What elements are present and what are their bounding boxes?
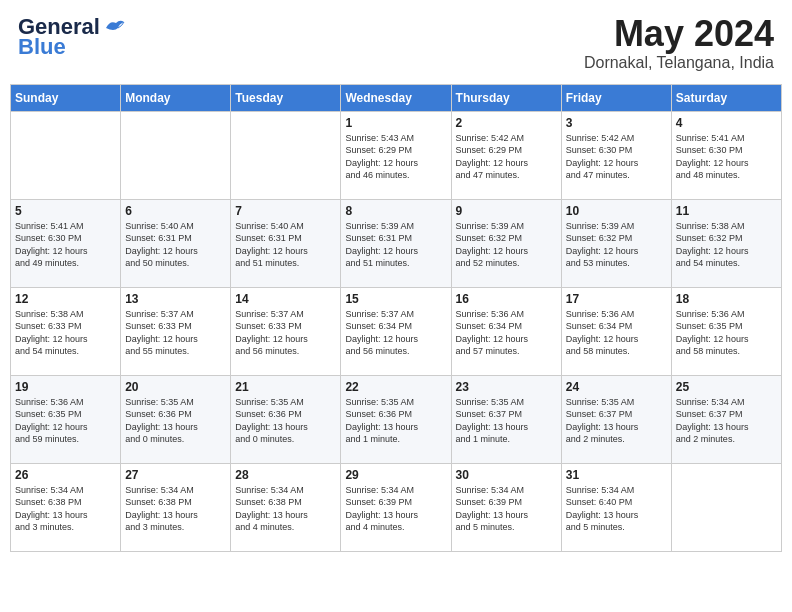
day-info: Sunrise: 5:36 AM Sunset: 6:34 PM Dayligh…	[456, 308, 557, 358]
calendar-cell: 23Sunrise: 5:35 AM Sunset: 6:37 PM Dayli…	[451, 375, 561, 463]
location-title: Dornakal, Telangana, India	[584, 54, 774, 72]
calendar-cell: 25Sunrise: 5:34 AM Sunset: 6:37 PM Dayli…	[671, 375, 781, 463]
calendar-cell: 11Sunrise: 5:38 AM Sunset: 6:32 PM Dayli…	[671, 199, 781, 287]
day-info: Sunrise: 5:39 AM Sunset: 6:31 PM Dayligh…	[345, 220, 446, 270]
day-number: 18	[676, 292, 777, 306]
logo: General Blue	[18, 14, 126, 60]
day-number: 29	[345, 468, 446, 482]
calendar-cell: 20Sunrise: 5:35 AM Sunset: 6:36 PM Dayli…	[121, 375, 231, 463]
day-info: Sunrise: 5:35 AM Sunset: 6:37 PM Dayligh…	[456, 396, 557, 446]
day-info: Sunrise: 5:35 AM Sunset: 6:36 PM Dayligh…	[345, 396, 446, 446]
calendar-cell: 17Sunrise: 5:36 AM Sunset: 6:34 PM Dayli…	[561, 287, 671, 375]
calendar-body: 1Sunrise: 5:43 AM Sunset: 6:29 PM Daylig…	[11, 111, 782, 551]
calendar-cell: 12Sunrise: 5:38 AM Sunset: 6:33 PM Dayli…	[11, 287, 121, 375]
day-number: 2	[456, 116, 557, 130]
day-info: Sunrise: 5:36 AM Sunset: 6:34 PM Dayligh…	[566, 308, 667, 358]
calendar-cell: 22Sunrise: 5:35 AM Sunset: 6:36 PM Dayli…	[341, 375, 451, 463]
day-number: 5	[15, 204, 116, 218]
calendar-cell	[671, 463, 781, 551]
day-number: 4	[676, 116, 777, 130]
calendar-cell	[11, 111, 121, 199]
day-number: 24	[566, 380, 667, 394]
calendar-cell: 7Sunrise: 5:40 AM Sunset: 6:31 PM Daylig…	[231, 199, 341, 287]
day-info: Sunrise: 5:34 AM Sunset: 6:38 PM Dayligh…	[235, 484, 336, 534]
calendar-cell: 16Sunrise: 5:36 AM Sunset: 6:34 PM Dayli…	[451, 287, 561, 375]
day-number: 3	[566, 116, 667, 130]
calendar-cell: 21Sunrise: 5:35 AM Sunset: 6:36 PM Dayli…	[231, 375, 341, 463]
day-number: 30	[456, 468, 557, 482]
day-info: Sunrise: 5:35 AM Sunset: 6:37 PM Dayligh…	[566, 396, 667, 446]
day-info: Sunrise: 5:37 AM Sunset: 6:34 PM Dayligh…	[345, 308, 446, 358]
calendar-cell: 18Sunrise: 5:36 AM Sunset: 6:35 PM Dayli…	[671, 287, 781, 375]
calendar-cell: 2Sunrise: 5:42 AM Sunset: 6:29 PM Daylig…	[451, 111, 561, 199]
day-info: Sunrise: 5:36 AM Sunset: 6:35 PM Dayligh…	[676, 308, 777, 358]
calendar-week-row: 19Sunrise: 5:36 AM Sunset: 6:35 PM Dayli…	[11, 375, 782, 463]
day-info: Sunrise: 5:40 AM Sunset: 6:31 PM Dayligh…	[125, 220, 226, 270]
weekday-header-row: SundayMondayTuesdayWednesdayThursdayFrid…	[11, 84, 782, 111]
day-info: Sunrise: 5:34 AM Sunset: 6:38 PM Dayligh…	[15, 484, 116, 534]
weekday-label: Tuesday	[231, 84, 341, 111]
calendar-cell: 19Sunrise: 5:36 AM Sunset: 6:35 PM Dayli…	[11, 375, 121, 463]
calendar-cell: 8Sunrise: 5:39 AM Sunset: 6:31 PM Daylig…	[341, 199, 451, 287]
calendar-cell: 28Sunrise: 5:34 AM Sunset: 6:38 PM Dayli…	[231, 463, 341, 551]
day-info: Sunrise: 5:34 AM Sunset: 6:40 PM Dayligh…	[566, 484, 667, 534]
day-number: 22	[345, 380, 446, 394]
day-number: 25	[676, 380, 777, 394]
weekday-label: Friday	[561, 84, 671, 111]
day-info: Sunrise: 5:41 AM Sunset: 6:30 PM Dayligh…	[15, 220, 116, 270]
day-info: Sunrise: 5:43 AM Sunset: 6:29 PM Dayligh…	[345, 132, 446, 182]
calendar-cell: 15Sunrise: 5:37 AM Sunset: 6:34 PM Dayli…	[341, 287, 451, 375]
day-info: Sunrise: 5:34 AM Sunset: 6:38 PM Dayligh…	[125, 484, 226, 534]
day-number: 6	[125, 204, 226, 218]
calendar-cell: 4Sunrise: 5:41 AM Sunset: 6:30 PM Daylig…	[671, 111, 781, 199]
day-number: 23	[456, 380, 557, 394]
day-number: 9	[456, 204, 557, 218]
day-number: 31	[566, 468, 667, 482]
calendar-cell	[121, 111, 231, 199]
calendar-cell: 5Sunrise: 5:41 AM Sunset: 6:30 PM Daylig…	[11, 199, 121, 287]
day-info: Sunrise: 5:39 AM Sunset: 6:32 PM Dayligh…	[456, 220, 557, 270]
logo-text-blue: Blue	[18, 34, 66, 60]
day-info: Sunrise: 5:34 AM Sunset: 6:39 PM Dayligh…	[345, 484, 446, 534]
calendar-cell: 27Sunrise: 5:34 AM Sunset: 6:38 PM Dayli…	[121, 463, 231, 551]
day-info: Sunrise: 5:35 AM Sunset: 6:36 PM Dayligh…	[235, 396, 336, 446]
day-number: 14	[235, 292, 336, 306]
day-info: Sunrise: 5:34 AM Sunset: 6:39 PM Dayligh…	[456, 484, 557, 534]
day-number: 16	[456, 292, 557, 306]
calendar-table: SundayMondayTuesdayWednesdayThursdayFrid…	[10, 84, 782, 552]
day-info: Sunrise: 5:41 AM Sunset: 6:30 PM Dayligh…	[676, 132, 777, 182]
calendar-week-row: 26Sunrise: 5:34 AM Sunset: 6:38 PM Dayli…	[11, 463, 782, 551]
weekday-label: Sunday	[11, 84, 121, 111]
calendar-cell: 26Sunrise: 5:34 AM Sunset: 6:38 PM Dayli…	[11, 463, 121, 551]
day-number: 20	[125, 380, 226, 394]
calendar-cell: 24Sunrise: 5:35 AM Sunset: 6:37 PM Dayli…	[561, 375, 671, 463]
weekday-label: Monday	[121, 84, 231, 111]
day-number: 28	[235, 468, 336, 482]
calendar-cell: 6Sunrise: 5:40 AM Sunset: 6:31 PM Daylig…	[121, 199, 231, 287]
calendar-cell: 29Sunrise: 5:34 AM Sunset: 6:39 PM Dayli…	[341, 463, 451, 551]
calendar-cell	[231, 111, 341, 199]
day-number: 21	[235, 380, 336, 394]
calendar-cell: 14Sunrise: 5:37 AM Sunset: 6:33 PM Dayli…	[231, 287, 341, 375]
page-header: General Blue May 2024 Dornakal, Telangan…	[10, 10, 782, 76]
day-number: 11	[676, 204, 777, 218]
day-number: 13	[125, 292, 226, 306]
calendar-cell: 31Sunrise: 5:34 AM Sunset: 6:40 PM Dayli…	[561, 463, 671, 551]
day-info: Sunrise: 5:42 AM Sunset: 6:29 PM Dayligh…	[456, 132, 557, 182]
calendar-week-row: 12Sunrise: 5:38 AM Sunset: 6:33 PM Dayli…	[11, 287, 782, 375]
calendar-cell: 3Sunrise: 5:42 AM Sunset: 6:30 PM Daylig…	[561, 111, 671, 199]
day-info: Sunrise: 5:38 AM Sunset: 6:32 PM Dayligh…	[676, 220, 777, 270]
weekday-label: Wednesday	[341, 84, 451, 111]
day-info: Sunrise: 5:37 AM Sunset: 6:33 PM Dayligh…	[235, 308, 336, 358]
day-info: Sunrise: 5:34 AM Sunset: 6:37 PM Dayligh…	[676, 396, 777, 446]
day-info: Sunrise: 5:36 AM Sunset: 6:35 PM Dayligh…	[15, 396, 116, 446]
day-number: 17	[566, 292, 667, 306]
calendar-week-row: 1Sunrise: 5:43 AM Sunset: 6:29 PM Daylig…	[11, 111, 782, 199]
calendar-cell: 9Sunrise: 5:39 AM Sunset: 6:32 PM Daylig…	[451, 199, 561, 287]
day-info: Sunrise: 5:37 AM Sunset: 6:33 PM Dayligh…	[125, 308, 226, 358]
day-number: 19	[15, 380, 116, 394]
day-info: Sunrise: 5:39 AM Sunset: 6:32 PM Dayligh…	[566, 220, 667, 270]
day-number: 8	[345, 204, 446, 218]
day-info: Sunrise: 5:35 AM Sunset: 6:36 PM Dayligh…	[125, 396, 226, 446]
weekday-label: Thursday	[451, 84, 561, 111]
